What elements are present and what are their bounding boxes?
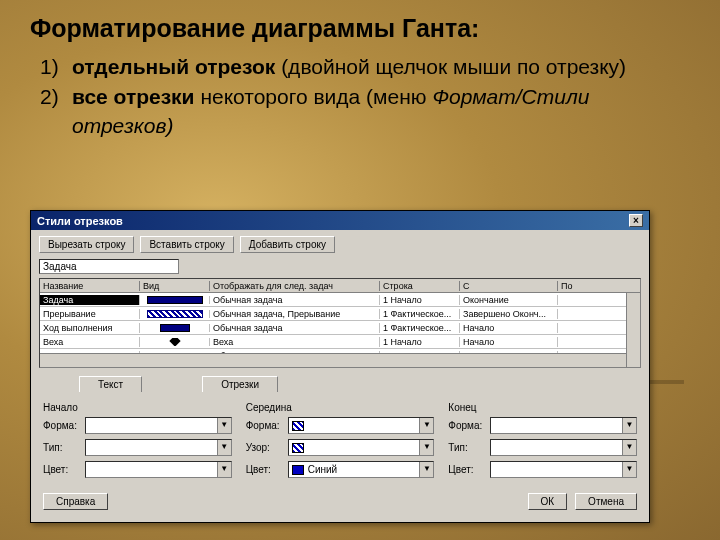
chevron-down-icon: ▼ bbox=[217, 462, 231, 477]
list-num: 2) bbox=[40, 83, 64, 140]
chevron-down-icon: ▼ bbox=[622, 418, 636, 433]
bar-styles-dialog: Стили отрезков × Вырезать строку Вставит… bbox=[30, 210, 650, 523]
tab-text[interactable]: Текст bbox=[79, 376, 142, 392]
bar-preview-icon bbox=[160, 324, 190, 332]
styles-grid[interactable]: Название Вид Отображать для след. задач … bbox=[39, 278, 641, 368]
dialog-titlebar[interactable]: Стили отрезков × bbox=[31, 211, 649, 230]
list-num: 1) bbox=[40, 53, 64, 81]
scrollbar-vertical[interactable] bbox=[626, 293, 640, 367]
chevron-down-icon: ▼ bbox=[419, 440, 433, 455]
start-type-combo[interactable]: ▼ bbox=[85, 439, 232, 456]
cancel-button[interactable]: Отмена bbox=[575, 493, 637, 510]
bar-preview-icon bbox=[147, 310, 203, 318]
dialog-title: Стили отрезков bbox=[37, 215, 123, 227]
cut-row-button[interactable]: Вырезать строку bbox=[39, 236, 134, 253]
col-header[interactable]: По bbox=[558, 281, 641, 291]
table-row[interactable]: Прерывание Обычная задача, Прерывание 1 … bbox=[40, 307, 640, 321]
middle-color-combo[interactable]: Синий▼ bbox=[288, 461, 435, 478]
chevron-down-icon: ▼ bbox=[217, 418, 231, 433]
middle-pattern-combo[interactable]: ▼ bbox=[288, 439, 435, 456]
add-row-button[interactable]: Добавить строку bbox=[240, 236, 335, 253]
slide-title: Форматирование диаграммы Ганта: bbox=[30, 14, 690, 43]
swatch-icon bbox=[292, 465, 304, 475]
chevron-down-icon: ▼ bbox=[622, 440, 636, 455]
tab-bars[interactable]: Отрезки bbox=[202, 376, 278, 392]
paste-row-button[interactable]: Вставить строку bbox=[140, 236, 233, 253]
end-type-combo[interactable]: ▼ bbox=[490, 439, 637, 456]
col-header[interactable]: Строка bbox=[380, 281, 460, 291]
help-button[interactable]: Справка bbox=[43, 493, 108, 510]
close-icon[interactable]: × bbox=[629, 214, 643, 227]
table-row[interactable]: Задача Обычная задача 1 Начало Окончание bbox=[40, 293, 640, 307]
col-header[interactable]: Отображать для след. задач bbox=[210, 281, 380, 291]
middle-shape-combo[interactable]: ▼ bbox=[288, 417, 435, 434]
section-middle: Середина Форма:▼ Узор:▼ Цвет:Синий▼ bbox=[246, 402, 435, 483]
swatch-icon bbox=[292, 443, 304, 453]
col-header[interactable]: С bbox=[460, 281, 558, 291]
chevron-down-icon: ▼ bbox=[217, 440, 231, 455]
bar-preview-icon bbox=[147, 338, 203, 346]
end-shape-combo[interactable]: ▼ bbox=[490, 417, 637, 434]
col-header[interactable]: Вид bbox=[140, 281, 210, 291]
chevron-down-icon: ▼ bbox=[419, 462, 433, 477]
swatch-icon bbox=[292, 421, 304, 431]
slide-list: 1) отдельный отрезок (двойной щелчок мыш… bbox=[30, 53, 690, 140]
start-color-combo[interactable]: ▼ bbox=[85, 461, 232, 478]
chevron-down-icon: ▼ bbox=[419, 418, 433, 433]
scrollbar-horizontal[interactable] bbox=[40, 353, 626, 367]
end-color-combo[interactable]: ▼ bbox=[490, 461, 637, 478]
start-shape-combo[interactable]: ▼ bbox=[85, 417, 232, 434]
bar-preview-icon bbox=[147, 296, 203, 304]
section-start: Начало Форма:▼ Тип:▼ Цвет:▼ bbox=[43, 402, 232, 483]
section-end: Конец Форма:▼ Тип:▼ Цвет:▼ bbox=[448, 402, 637, 483]
col-header[interactable]: Название bbox=[40, 281, 140, 291]
table-row[interactable]: Веха Веха 1 Начало Начало bbox=[40, 335, 640, 349]
name-input[interactable] bbox=[39, 259, 179, 274]
ok-button[interactable]: ОК bbox=[528, 493, 568, 510]
table-row[interactable]: Ход выполнения Обычная задача 1 Фактичес… bbox=[40, 321, 640, 335]
chevron-down-icon: ▼ bbox=[622, 462, 636, 477]
